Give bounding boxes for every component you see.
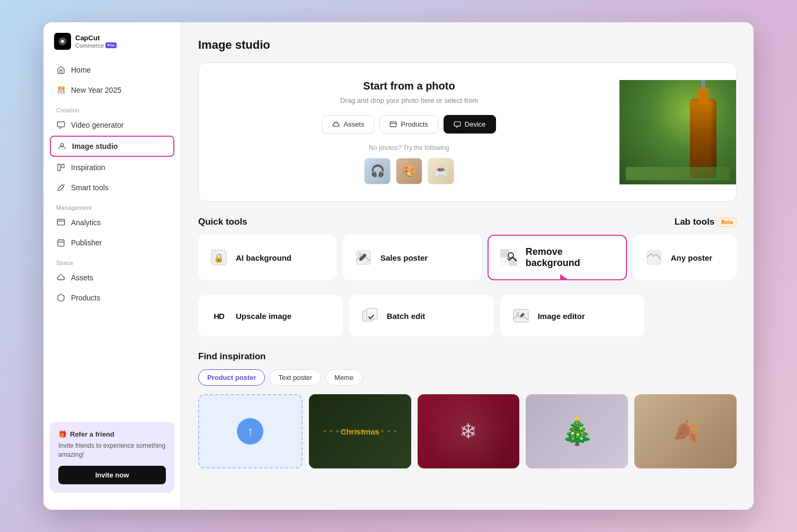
no-photos-text: No photos? Try the following xyxy=(369,144,449,152)
beta-badge: Beta xyxy=(718,218,737,227)
chart-icon xyxy=(56,218,66,227)
products-source-btn[interactable]: Products xyxy=(379,115,438,134)
svg-rect-14 xyxy=(454,121,461,126)
sidebar-item-inspiration[interactable]: Inspiration xyxy=(50,158,174,177)
sidebar: CapCut Commerce Pro Home 🎊 New xyxy=(43,22,181,510)
batch-edit-label: Batch edit xyxy=(387,312,426,321)
logo-icon xyxy=(54,33,71,50)
filter-meme[interactable]: Meme xyxy=(325,369,362,386)
sidebar-item-label: Smart tools xyxy=(71,183,109,192)
sample-image-cup[interactable]: ☕ xyxy=(428,158,454,184)
sidebar-item-home[interactable]: Home xyxy=(50,60,174,79)
sales-poster-card[interactable]: Sales poster xyxy=(343,235,481,280)
inspiration-christmas-card[interactable]: ✦ ✦ ✦ ✦ ✦ ✦ ✦ ✦ ✦ ✦ ✦ ✦ Christmas xyxy=(309,394,411,468)
batch-edit-card[interactable]: Batch edit xyxy=(349,295,494,336)
svg-rect-8 xyxy=(58,240,64,246)
logo: CapCut Commerce Pro xyxy=(43,33,181,60)
management-section-label: Management xyxy=(50,198,174,213)
svg-rect-5 xyxy=(61,164,64,168)
pink-arrow-indicator xyxy=(556,271,572,280)
svg-point-20 xyxy=(359,253,362,256)
sidebar-item-label: Video generator xyxy=(71,121,123,129)
inspiration-upload-card[interactable]: ↑ xyxy=(198,394,303,468)
device-label: Device xyxy=(465,120,486,128)
box-icon xyxy=(56,293,66,303)
sidebar-item-label: Inspiration xyxy=(71,163,105,172)
gift-icon: 🎊 xyxy=(56,85,66,95)
refer-card: 🎁 Refer a friend Invite friends to exper… xyxy=(50,422,174,493)
svg-rect-12 xyxy=(391,121,397,126)
sales-poster-label: Sales poster xyxy=(380,253,428,262)
assets-source-btn[interactable]: Assets xyxy=(322,115,374,134)
sidebar-item-label: Publisher xyxy=(71,238,102,247)
sales-poster-icon xyxy=(354,248,373,267)
refer-card-text: Invite friends to experience something a… xyxy=(58,441,166,459)
sample-image-palette[interactable]: 🎨 xyxy=(396,158,422,184)
sidebar-item-label: Products xyxy=(71,294,100,302)
any-poster-card[interactable]: Any poster xyxy=(633,235,737,280)
main-content: Image studio Start from a photo Drag and… xyxy=(181,22,754,510)
any-poster-label: Any poster xyxy=(671,253,712,262)
app-window: CapCut Commerce Pro Home 🎊 New xyxy=(43,22,754,510)
page-title: Image studio xyxy=(198,38,737,52)
inspiration-filters: Product poster Text poster Meme xyxy=(198,369,737,386)
image-editor-icon xyxy=(511,306,530,325)
inspiration-snowflake-card[interactable]: ❄ xyxy=(418,394,520,468)
cloud-icon xyxy=(56,273,66,282)
pro-badge: Pro xyxy=(105,42,117,48)
creation-section-label: Creation xyxy=(50,101,174,116)
sidebar-item-image-studio[interactable]: Image studio xyxy=(50,136,174,157)
sidebar-item-smart-tools[interactable]: Smart tools xyxy=(50,178,174,197)
sidebar-item-products[interactable]: Products xyxy=(50,288,174,307)
sample-image-earbuds[interactable]: 🎧 xyxy=(364,158,391,184)
ai-background-card[interactable]: 🔒 AI background xyxy=(198,235,336,280)
svg-rect-1 xyxy=(57,122,64,127)
sample-images: 🎧 🎨 ☕ xyxy=(364,158,454,184)
spacer xyxy=(651,295,737,336)
batch-icon xyxy=(360,306,379,325)
assets-label: Assets xyxy=(343,120,364,128)
svg-rect-6 xyxy=(57,219,64,225)
svg-text:🔒: 🔒 xyxy=(214,253,224,263)
calendar-icon xyxy=(56,238,66,247)
filter-product-poster[interactable]: Product poster xyxy=(198,369,265,386)
inspiration-tree-card[interactable]: 🎄 xyxy=(526,394,628,468)
start-photo-preview-image xyxy=(619,80,736,184)
inspiration-extra-card[interactable]: 🍂 xyxy=(634,394,737,468)
sidebar-item-new-year[interactable]: 🎊 New Year 2025 xyxy=(50,81,174,100)
inspiration-grid: ↑ ✦ ✦ ✦ ✦ ✦ ✦ ✦ ✦ ✦ ✦ ✦ ✦ Christmas ❄ 🎄 … xyxy=(198,394,737,468)
upload-icon: ↑ xyxy=(237,418,263,445)
sidebar-item-label: Home xyxy=(71,66,91,74)
tools-row-2: HD Upscale image Batch edit xyxy=(198,295,737,336)
invite-now-button[interactable]: Invite now xyxy=(58,466,166,484)
gift-emoji: 🎁 xyxy=(58,430,67,438)
video-icon xyxy=(56,120,66,130)
inspiration-section-title: Find inspiration xyxy=(198,351,737,362)
wand-icon xyxy=(56,183,66,192)
image-editor-card[interactable]: Image editor xyxy=(500,295,645,336)
logo-sub: Commerce Pro xyxy=(75,42,117,49)
start-photo-title: Start from a photo xyxy=(363,80,455,92)
start-photo-card: Start from a photo Drag and drop your ph… xyxy=(198,63,737,202)
sidebar-item-label: Assets xyxy=(71,273,93,282)
remove-background-card[interactable]: Remove background xyxy=(488,235,627,280)
inspiration-icon xyxy=(56,163,66,172)
sidebar-nav: Home 🎊 New Year 2025 Creation Video gene… xyxy=(43,60,181,415)
ai-bg-icon: 🔒 xyxy=(209,248,228,267)
device-source-btn[interactable]: Device xyxy=(444,115,496,134)
image-studio-icon xyxy=(57,141,67,151)
any-poster-icon xyxy=(644,248,663,267)
sidebar-item-video-generator[interactable]: Video generator xyxy=(50,116,174,135)
sidebar-item-label: Image studio xyxy=(72,142,118,150)
filter-text-poster[interactable]: Text poster xyxy=(269,369,321,386)
sidebar-item-assets[interactable]: Assets xyxy=(50,268,174,287)
upscale-image-card[interactable]: HD Upscale image xyxy=(198,295,343,336)
sidebar-item-analytics[interactable]: Analytics xyxy=(50,213,174,232)
hd-icon: HD xyxy=(209,306,228,325)
upscale-image-label: Upscale image xyxy=(236,312,291,321)
products-label: Products xyxy=(401,120,428,128)
image-editor-label: Image editor xyxy=(538,312,585,321)
sidebar-item-publisher[interactable]: Publisher xyxy=(50,233,174,252)
lab-tools-header: Lab tools Beta xyxy=(675,217,737,227)
sidebar-item-label: New Year 2025 xyxy=(71,86,121,94)
